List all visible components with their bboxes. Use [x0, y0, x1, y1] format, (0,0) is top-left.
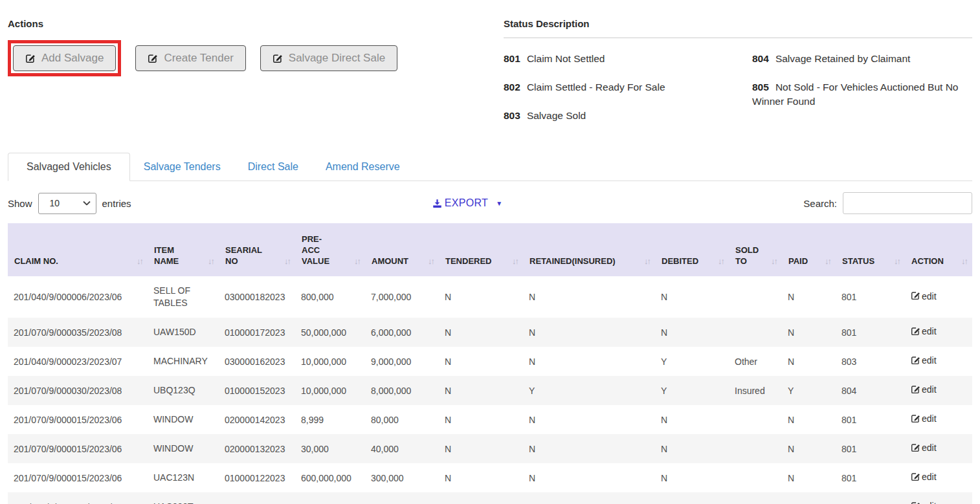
col-header-amount[interactable]: AMOUNT↓↑: [365, 223, 439, 276]
cell-status: 803: [836, 347, 905, 376]
cell-item-name: UBQ123Q: [148, 376, 219, 405]
caret-down-icon[interactable]: ▼: [496, 200, 502, 207]
edit-square-icon: [911, 290, 920, 300]
cell-amount: 150,000: [365, 492, 439, 504]
table-row: 201/070/9/000015/2023/06 WINDOW 02000014…: [8, 405, 972, 434]
export-section: EXPORT ▼: [131, 197, 804, 209]
search-input[interactable]: [843, 192, 972, 214]
cell-status: 801: [836, 463, 905, 492]
cell-tendered: N: [439, 434, 523, 463]
col-header-claim-no[interactable]: CLAIM NO.↓↑: [8, 223, 148, 276]
cell-sold-to: [729, 276, 782, 318]
cell-retained-insured: N: [523, 434, 655, 463]
edit-button[interactable]: edit: [911, 326, 937, 336]
page-size-select-wrap: 10: [38, 193, 96, 214]
cell-tendered: N: [439, 405, 523, 434]
cell-amount: 6,000,000: [365, 318, 439, 347]
col-header-action[interactable]: ACTION↓↑: [905, 223, 972, 276]
add-salvage-label: Add Salvage: [41, 52, 104, 65]
col-header-sold-to[interactable]: SOLD TO↓↑: [729, 223, 782, 276]
cell-amount: 8,000,000: [365, 376, 439, 405]
show-entries-control: Show 10 entries: [8, 193, 131, 214]
cell-action: edit: [905, 318, 972, 347]
col-header-paid[interactable]: PAID↓↑: [782, 223, 836, 276]
actions-button-row: Add Salvage Create Tender Salvage Direct…: [8, 40, 504, 76]
table-header: CLAIM NO.↓↑ ITEM NAME↓↑ SEARIAL NO↓↑ PRE…: [8, 223, 972, 276]
edit-button[interactable]: edit: [911, 384, 937, 395]
sort-icon: ↓↑: [894, 256, 900, 267]
cell-item-name: UAW150D: [148, 318, 219, 347]
cell-action: edit: [905, 347, 972, 376]
cell-pre-acc-value: 10,000,000: [295, 347, 365, 376]
table-row: 201/070/9/000035/2023/08 UAW150D 0100001…: [8, 318, 972, 347]
cell-tendered: N: [439, 347, 523, 376]
table-row: 201/070/9/000030/2023/08 UBQ123Q 0100001…: [8, 376, 972, 405]
cell-item-name: UAC323T: [148, 492, 219, 504]
edit-button[interactable]: edit: [911, 355, 937, 366]
status-code: 801: [504, 53, 520, 64]
table-row: 201/040/9/000023/2023/07 MACHINARY 03000…: [8, 347, 972, 376]
export-button[interactable]: EXPORT: [432, 197, 488, 209]
edit-button[interactable]: edit: [911, 291, 937, 301]
status-code: 803: [504, 110, 520, 121]
sort-icon: ↓↑: [137, 256, 142, 267]
status-column-right: 804Salvage Retained by Claimant 805Not S…: [752, 52, 972, 137]
salvage-direct-sale-button[interactable]: Salvage Direct Sale: [260, 45, 397, 71]
search-label: Search:: [803, 198, 837, 209]
tab-salvaged-vehicles[interactable]: Salvaged Vehicles: [8, 153, 130, 181]
col-header-status[interactable]: STATUS↓↑: [836, 223, 905, 276]
cell-action: edit: [905, 492, 972, 504]
col-header-debited[interactable]: DEBITED↓↑: [655, 223, 729, 276]
cell-sold-to: Insured: [729, 376, 782, 405]
cell-sold-to: [729, 463, 782, 492]
sort-icon: ↓↑: [284, 256, 290, 267]
cell-claim-no: 201/070/9/000030/2023/08: [8, 376, 148, 405]
col-header-retained-insured[interactable]: RETAINED(INSURED)↓↑: [523, 223, 655, 276]
col-header-serial-no[interactable]: SEARIAL NO↓↑: [219, 223, 295, 276]
cell-retained-insured: Y: [523, 376, 655, 405]
status-item-802: 802Claim Settled - Ready For Sale: [504, 80, 739, 94]
cell-status: 804: [836, 376, 905, 405]
entries-label: entries: [102, 198, 131, 209]
cell-tendered: N: [439, 276, 523, 318]
sort-icon: ↓↑: [354, 256, 360, 267]
edit-button[interactable]: edit: [911, 501, 937, 504]
edit-button[interactable]: edit: [911, 413, 937, 424]
tab-amend-reserve[interactable]: Amend Reserve: [312, 153, 414, 181]
status-item-805: 805Not Sold - For Vehicles Auctioned But…: [752, 80, 972, 109]
edit-label: edit: [922, 472, 937, 482]
cell-retained-insured: N: [523, 318, 655, 347]
page-size-select[interactable]: 10: [38, 193, 96, 214]
col-header-item-name[interactable]: ITEM NAME↓↑: [148, 223, 219, 276]
edit-square-icon: [273, 53, 283, 63]
col-header-tendered[interactable]: TENDERED↓↑: [439, 223, 523, 276]
cell-status: 801: [836, 434, 905, 463]
cell-status: 801: [836, 492, 905, 504]
cell-action: edit: [905, 405, 972, 434]
status-column-left: 801Claim Not Settled 802Claim Settled - …: [504, 52, 752, 137]
cell-sold-to: [729, 492, 782, 504]
cell-sold-to: [729, 405, 782, 434]
status-item-804: 804Salvage Retained by Claimant: [752, 52, 972, 66]
edit-button[interactable]: edit: [911, 443, 937, 453]
edit-button[interactable]: edit: [911, 472, 937, 482]
cell-claim-no: 201/070/9/000012/2023/06: [8, 492, 148, 504]
add-salvage-button[interactable]: Add Salvage: [13, 45, 116, 71]
status-code: 802: [504, 82, 520, 93]
cell-status: 801: [836, 405, 905, 434]
cell-amount: 80,000: [365, 405, 439, 434]
cell-tendered: N: [439, 376, 523, 405]
create-tender-button[interactable]: Create Tender: [135, 45, 245, 71]
cell-paid: N: [782, 463, 836, 492]
cell-sold-to: [729, 318, 782, 347]
status-text: Claim Settled - Ready For Sale: [527, 82, 665, 93]
edit-label: edit: [922, 384, 937, 395]
tab-direct-sale[interactable]: Direct Sale: [234, 153, 312, 181]
status-code: 804: [752, 53, 769, 64]
cell-debited: Y: [655, 347, 729, 376]
col-header-pre-acc-value[interactable]: PRE-ACC VALUE↓↑: [295, 223, 365, 276]
cell-amount: 9,000,000: [365, 347, 439, 376]
cell-paid: N: [782, 492, 836, 504]
status-divider: [504, 38, 972, 38]
tab-salvage-tenders[interactable]: Salvage Tenders: [130, 153, 234, 181]
